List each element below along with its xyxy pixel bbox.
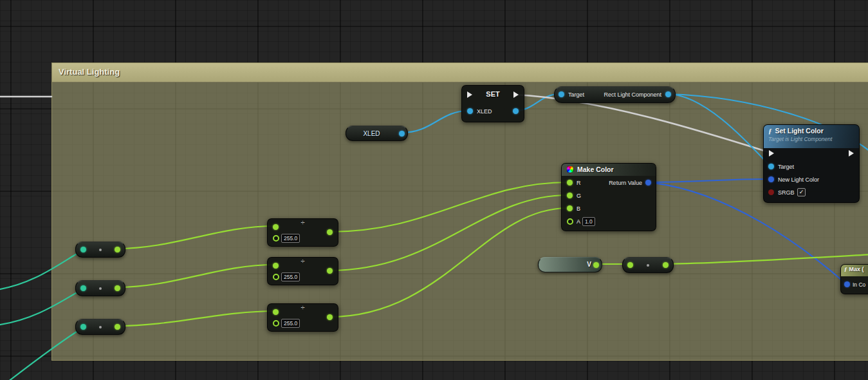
- set-xled-input-pin[interactable]: [467, 108, 473, 114]
- r-input-pin[interactable]: [567, 180, 573, 185]
- target-pin-label: Target: [778, 164, 794, 170]
- exec-out-pin[interactable]: [513, 91, 519, 98]
- wire-incoming-3[interactable]: [5, 327, 84, 380]
- convert-output-pin[interactable]: [115, 324, 120, 330]
- exec-in-pin[interactable]: [769, 150, 774, 157]
- node-make-color[interactable]: Make Color R Return Value G B A 1.0: [561, 163, 656, 231]
- convert-input-pin[interactable]: [80, 247, 86, 252]
- target-input-pin[interactable]: [768, 164, 774, 169]
- exec-in-pin[interactable]: [467, 91, 472, 98]
- xled-output-pin[interactable]: [399, 131, 405, 137]
- convert-dot-icon: [99, 249, 102, 251]
- g-pin-label: G: [577, 193, 581, 199]
- return-value-pin[interactable]: [645, 180, 651, 185]
- node-set-xled[interactable]: SET XLED: [461, 85, 524, 122]
- convert-output-pin[interactable]: [115, 285, 120, 291]
- set-xled-pin-label: XLED: [477, 109, 492, 115]
- wire-conv1-to-div1[interactable]: [116, 226, 275, 249]
- convert-dot-icon: [99, 287, 102, 290]
- convert-output-pin[interactable]: [115, 247, 120, 252]
- wire-xled-to-set[interactable]: [402, 111, 468, 133]
- node-convert-1[interactable]: [75, 242, 125, 258]
- b-input-pin[interactable]: [567, 205, 573, 211]
- a-pin-label: A: [577, 219, 580, 225]
- wire-div2-to-g[interactable]: [329, 195, 568, 271]
- max-input-pin[interactable]: [844, 281, 850, 287]
- node-divide-3[interactable]: ÷ 255.0: [267, 303, 338, 332]
- node-convert-2[interactable]: [75, 280, 125, 296]
- node-set-light-color[interactable]: ƒ Set Light Color Target is Light Compon…: [763, 124, 860, 203]
- srgb-checkbox[interactable]: ✓: [797, 188, 806, 196]
- set-xled-output-pin[interactable]: [513, 108, 519, 114]
- exec-out-pin[interactable]: [849, 150, 854, 157]
- wire-exec-set-to-setlightcolor[interactable]: [515, 95, 768, 152]
- node-get-v[interactable]: V: [538, 257, 602, 272]
- node-divide-2[interactable]: ÷ 255.0: [267, 257, 338, 285]
- wire-makecolor-to-newlightcolor[interactable]: [647, 179, 769, 182]
- convert-input-pin[interactable]: [80, 324, 86, 330]
- divide-divisor-pin[interactable]: [273, 274, 279, 280]
- a-input-pin[interactable]: [567, 218, 573, 225]
- node-max[interactable]: ƒ Max ( In Co: [840, 264, 868, 294]
- divisor-value-input[interactable]: 255.0: [281, 272, 300, 281]
- max-title: Max (: [849, 266, 864, 272]
- wire-layer: [0, 0, 868, 380]
- divide-divisor-pin[interactable]: [273, 235, 279, 242]
- blueprint-canvas[interactable]: Virtual Lighting XLED SET XLED: [0, 0, 868, 380]
- wire-incoming-2[interactable]: [0, 289, 84, 325]
- set-light-color-subtitle: Target is Light Component: [768, 136, 854, 142]
- new-light-color-input-pin[interactable]: [768, 176, 774, 182]
- divisor-value-input[interactable]: 255.0: [281, 319, 300, 328]
- node-convert-4[interactable]: [622, 257, 674, 273]
- node-get-xled[interactable]: XLED: [346, 126, 408, 141]
- r-pin-label: R: [577, 180, 581, 186]
- xled-get-label: XLED: [346, 130, 397, 137]
- divide-output-pin[interactable]: [327, 268, 333, 274]
- set-light-color-title: Set Light Color: [775, 127, 824, 135]
- wire-div1-to-r[interactable]: [329, 182, 568, 232]
- divide-output-pin[interactable]: [327, 229, 333, 235]
- function-icon: ƒ: [768, 127, 772, 135]
- v-output-pin[interactable]: [593, 262, 599, 268]
- wire-div3-to-b[interactable]: [329, 208, 568, 317]
- wire-conv2-to-div2[interactable]: [116, 265, 275, 287]
- g-input-pin[interactable]: [567, 193, 573, 198]
- convert-dot-icon: [99, 326, 102, 328]
- divide-output-pin[interactable]: [327, 314, 333, 320]
- node-convert-3[interactable]: [75, 319, 125, 335]
- new-light-color-pin-label: New Light Color: [778, 177, 819, 183]
- rect-light-target-pin[interactable]: [559, 91, 564, 97]
- node-divide-1[interactable]: ÷ 255.0: [267, 218, 338, 247]
- make-color-title: Make Color: [577, 166, 614, 173]
- v-get-label: V: [587, 261, 591, 268]
- convert-output-pin[interactable]: [663, 262, 669, 268]
- color-wheel-icon: [566, 166, 574, 173]
- function-icon: ƒ: [844, 266, 847, 272]
- max-header[interactable]: ƒ Max (: [841, 265, 868, 276]
- max-input-label: In Co: [853, 282, 865, 288]
- wire-incoming-1[interactable]: [0, 250, 84, 290]
- rect-light-target-label: Target: [568, 92, 584, 98]
- srgb-pin-label: SRGB: [778, 190, 795, 196]
- wire-conv3-to-div3[interactable]: [116, 311, 275, 326]
- divide-input-pin[interactable]: [273, 263, 279, 269]
- node-get-rect-light-component[interactable]: Target Rect Light Component: [554, 86, 676, 103]
- srgb-input-pin[interactable]: [768, 189, 774, 195]
- return-value-label: Return Value: [609, 180, 642, 186]
- set-light-color-header[interactable]: ƒ Set Light Color Target is Light Compon…: [764, 125, 859, 148]
- divisor-value-input[interactable]: 255.0: [281, 234, 300, 243]
- divide-input-pin[interactable]: [273, 224, 279, 230]
- divide-divisor-pin[interactable]: [273, 320, 279, 327]
- a-value-input[interactable]: 1.0: [582, 217, 595, 226]
- convert-input-pin[interactable]: [80, 285, 86, 291]
- wire-conv4-to-offscreen[interactable]: [666, 254, 868, 264]
- b-pin-label: B: [577, 206, 580, 212]
- rect-light-output-pin[interactable]: [665, 91, 671, 97]
- rect-light-label: Rect Light Component: [604, 92, 661, 98]
- make-color-header[interactable]: Make Color: [562, 164, 656, 176]
- convert-dot-icon: [647, 264, 649, 267]
- convert-input-pin[interactable]: [627, 262, 633, 268]
- divide-input-pin[interactable]: [273, 309, 279, 315]
